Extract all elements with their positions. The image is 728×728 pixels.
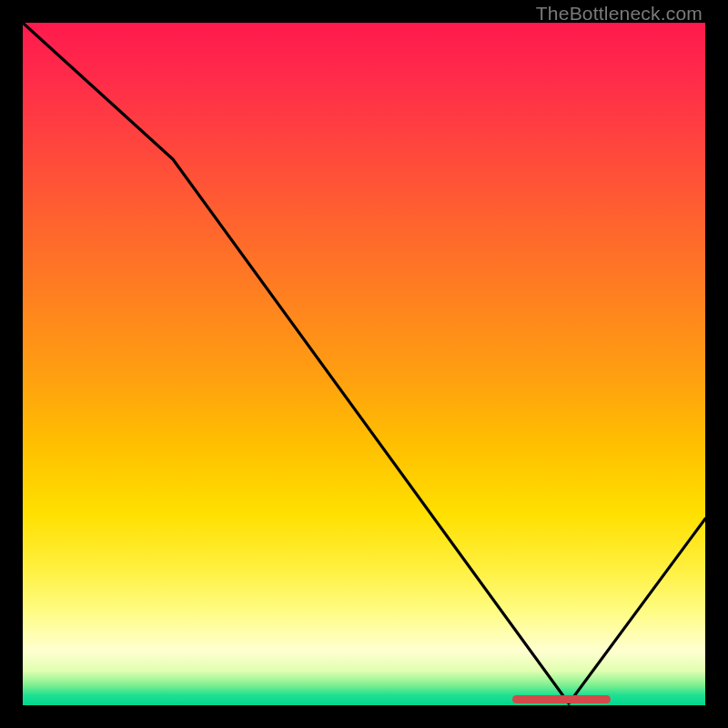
- plot-area: [23, 23, 705, 705]
- chart-frame: TheBottleneck.com: [0, 0, 728, 728]
- optimal-range-marker: [512, 695, 611, 703]
- watermark-text: TheBottleneck.com: [536, 3, 703, 25]
- curve-polyline: [23, 23, 705, 703]
- bottleneck-curve: [23, 23, 705, 705]
